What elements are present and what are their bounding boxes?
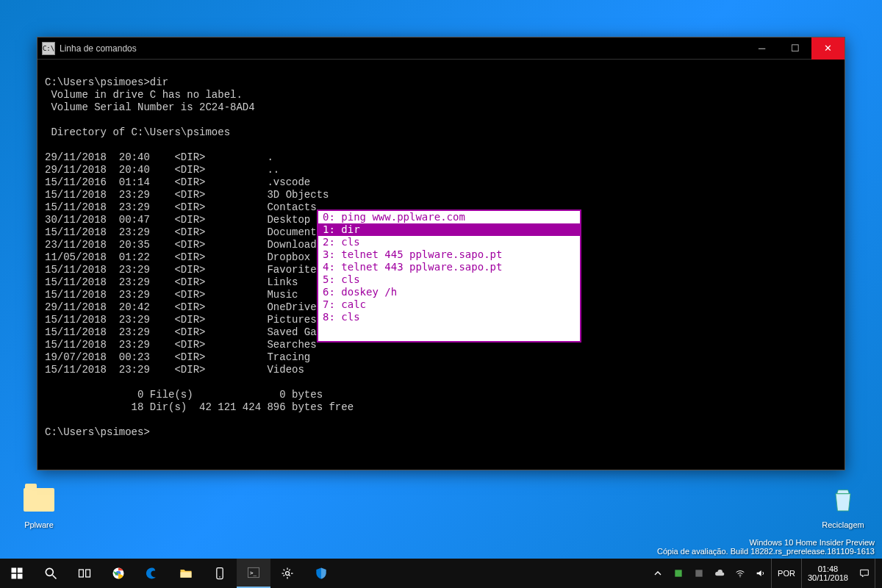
system-tray: POR 01:48 30/11/2018: [648, 559, 882, 588]
terminal-prompt: C:\Users\psimoes>: [45, 426, 150, 438]
svg-rect-13: [695, 570, 702, 576]
terminal-line: Volume Serial Number is 2C24-8AD4: [45, 101, 255, 113]
tray-icon: [673, 567, 684, 579]
phone-icon: [212, 566, 227, 581]
svg-point-11: [286, 572, 290, 576]
recycle-bin-icon: [825, 482, 861, 517]
tray-icon: [693, 567, 705, 579]
terminal-line: Volume in drive C has no label.: [45, 89, 243, 101]
tray-notifications[interactable]: [854, 559, 875, 588]
task-view-icon: [77, 566, 92, 581]
folder-icon: [21, 482, 57, 517]
watermark-line: Cópia de avaliação. Build 18282.rs_prere…: [657, 547, 875, 556]
svg-rect-12: [675, 570, 681, 576]
window-title: Linha de comandos: [60, 43, 745, 54]
chrome-icon: [111, 566, 126, 581]
cmd-icon: C:\: [42, 42, 55, 55]
start-button[interactable]: [0, 559, 34, 588]
tray-clock[interactable]: 01:48 30/11/2018: [802, 559, 854, 588]
tray-volume[interactable]: [750, 559, 771, 588]
watermark-line: Windows 10 Home Insider Preview: [657, 538, 875, 547]
shield-icon: [314, 566, 329, 581]
tray-network[interactable]: [730, 559, 750, 588]
history-item[interactable]: 5: cls: [318, 273, 580, 286]
window-titlebar[interactable]: C:\ Linha de comandos ─ ☐ ✕: [37, 37, 845, 60]
svg-point-8: [219, 576, 220, 578]
show-desktop-button[interactable]: [875, 559, 882, 588]
history-item[interactable]: 0: ping www.pplware.com: [318, 211, 580, 223]
close-button[interactable]: ✕: [811, 37, 845, 60]
cmd-icon: >_: [246, 565, 261, 580]
maximize-button[interactable]: ☐: [778, 37, 811, 60]
history-item[interactable]: 4: telnet 443 pplware.sapo.pt: [318, 261, 580, 273]
terminal-line: 18 Dir(s) 42 121 424 896 bytes free: [45, 401, 354, 413]
desktop-icon-label: Pplware: [13, 520, 65, 529]
svg-rect-6: [181, 572, 192, 578]
notification-icon: [858, 567, 870, 579]
taskbar-app-explorer[interactable]: [169, 559, 203, 588]
terminal-line: C:\Users\psimoes>dir: [45, 76, 168, 88]
search-button[interactable]: [34, 559, 68, 588]
windows-icon: [10, 566, 24, 581]
history-item[interactable]: 2: cls: [318, 236, 580, 248]
history-item[interactable]: 7: calc: [318, 298, 580, 311]
svg-point-14: [739, 576, 740, 577]
history-item[interactable]: 1: dir: [318, 223, 580, 236]
desktop-folder-pplware[interactable]: Pplware: [13, 482, 65, 529]
wifi-icon: [734, 567, 746, 579]
file-explorer-icon: [179, 566, 193, 581]
tray-app[interactable]: [689, 559, 709, 588]
terminal-output[interactable]: C:\Users\psimoes>dir Volume in drive C h…: [37, 60, 845, 470]
task-view-button[interactable]: [68, 559, 101, 588]
gear-icon: [280, 566, 295, 581]
taskbar-app-settings[interactable]: [270, 559, 304, 588]
svg-line-1: [53, 576, 57, 579]
taskbar-app-chrome[interactable]: [101, 559, 135, 588]
terminal-line: Directory of C:\Users\psimoes: [45, 126, 230, 138]
taskbar-app-phone[interactable]: [203, 559, 237, 588]
history-item[interactable]: 8: cls: [318, 311, 580, 323]
tray-app[interactable]: [668, 559, 689, 588]
desktop-recycle-bin[interactable]: Reciclagem: [817, 482, 869, 529]
volume-icon: [755, 567, 767, 579]
windows-watermark: Windows 10 Home Insider Preview Cópia de…: [657, 538, 875, 556]
history-item[interactable]: 6: doskey /h: [318, 286, 580, 298]
minimize-button[interactable]: ─: [745, 37, 778, 60]
svg-rect-3: [86, 570, 90, 577]
command-prompt-window: C:\ Linha de comandos ─ ☐ ✕ C:\Users\psi…: [37, 37, 845, 470]
edge-icon: [145, 566, 159, 581]
taskbar-app-edge[interactable]: [135, 559, 169, 588]
search-icon: [43, 566, 58, 581]
taskbar-app-cmd[interactable]: >_: [237, 559, 270, 588]
svg-rect-2: [79, 570, 84, 577]
dir-listing: 29/11/2018 20:40 <DIR> . 29/11/2018 20:4…: [45, 151, 335, 376]
taskbar-app-security[interactable]: [304, 559, 338, 588]
tray-onedrive[interactable]: [709, 559, 730, 588]
tray-time: 01:48: [818, 564, 839, 573]
tray-date: 30/11/2018: [808, 573, 848, 582]
svg-point-0: [46, 568, 53, 576]
cloud-icon: [714, 567, 725, 579]
taskbar: >_ POR 01:48 30/11/2018: [0, 559, 882, 588]
tray-language[interactable]: POR: [771, 559, 802, 588]
history-item[interactable]: 3: telnet 445 pplware.sapo.pt: [318, 248, 580, 261]
tray-chevron-up[interactable]: [648, 559, 668, 588]
terminal-line: 0 File(s) 0 bytes: [45, 389, 323, 401]
command-history-popup[interactable]: 0: ping www.pplware.com1: dir2: cls3: te…: [317, 209, 581, 343]
chevron-up-icon: [652, 567, 664, 579]
desktop-icon-label: Reciclagem: [817, 520, 869, 529]
svg-text:>_: >_: [250, 570, 257, 576]
